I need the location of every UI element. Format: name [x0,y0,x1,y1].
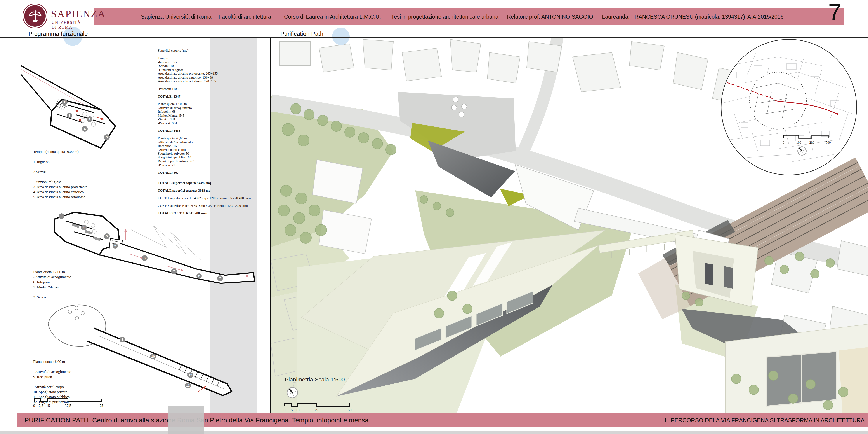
surfaces-part1: Superfici coperte (mq) Tempio -Ingresso:… [158,49,258,91]
svg-text:2: 2 [114,244,116,248]
svg-text:7: 7 [219,276,221,280]
surfaces-costo-coperte: COSTO superfici coperte: 4392 mq x 1200 … [158,196,258,200]
svg-text:500: 500 [826,141,831,144]
svg-text:15: 15 [46,404,50,408]
site-north-arrow-icon [287,387,298,398]
svg-text:10: 10 [296,408,300,412]
svg-text:2: 2 [198,274,200,278]
surfaces-part2: Pianta quota +2,00 m -Attività di accogl… [158,102,258,125]
svg-text:4: 4 [84,127,86,131]
svg-text:50: 50 [348,408,352,412]
site-plan-render: 0 100 200 500 0 5 10 25 50 [271,38,868,413]
page-number: 7 [822,0,848,26]
header-item-advisor: Relatore prof. ANTONINO SAGGIO [507,8,593,25]
svg-text:25: 25 [314,408,318,412]
floor-plan-quota2: 3 4 5 2 6 7 2 7 [50,206,258,287]
planimetria-label: Planimetria Scala 1:500 [285,376,345,383]
svg-text:7: 7 [173,269,175,273]
logo-subtitle: UNIVERSITÀ DI ROMA [52,20,81,30]
svg-text:6: 6 [144,256,146,260]
svg-text:0: 0 [284,408,286,412]
svg-text:37,5: 37,5 [65,404,71,408]
surfaces-total1: TOTALE: 2347 [158,94,258,98]
surfaces-total3: TOTALE: 607 [158,171,258,175]
presentation-sheet: SAPIENZA UNIVERSITÀ DI ROMA Sapienza Uni… [0,0,868,434]
inset-north-arrow-icon [798,147,806,155]
eagle-icon [26,7,44,25]
svg-text:0: 0 [782,141,784,144]
svg-text:11: 11 [186,383,190,387]
svg-text:200: 200 [809,141,814,144]
bottom-edge-strip [0,431,868,434]
header-item-year: A.A.2015/2016 [747,8,783,25]
surfaces-total-coperte: TOTALE superfici coperte: 4392 mq [158,181,258,185]
svg-text:10: 10 [151,355,155,358]
header-item-student: Laureanda: FRANCESCA ORUNESU (matricola:… [602,8,745,25]
surfaces-text-block: Superfici coperte (mq) Tempio -Ingresso:… [158,49,258,219]
footer-motto: IL PERCORSO DELA VIA FRANCIGENA SI TRASF… [664,413,865,428]
section-label-programma: Programma funzionale [28,31,88,37]
footer-bar: PURIFICATION PATH. Centro di arrivo alla… [18,413,868,428]
gray-overlay-footer [168,406,204,434]
header-item-thesis: Tesi in progettazione architettonica e u… [391,8,498,25]
header-item-faculty: Facoltà di architettura [219,8,271,25]
svg-text:12: 12 [189,373,192,377]
plans-scale-bar: 0 7,5 15 37,5 75 [33,394,107,411]
svg-text:3: 3 [69,114,70,117]
svg-text:5: 5 [106,135,108,139]
sheet-left-border [20,0,20,431]
svg-text:0: 0 [33,404,35,408]
svg-text:9: 9 [122,338,123,341]
surfaces-total2: TOTALE: 1438 [158,128,258,133]
header-item-university: Sapienza Università di Roma [141,8,211,25]
logo-title: SAPIENZA [51,8,106,20]
svg-text:4: 4 [83,226,85,229]
surfaces-part3: Pianta quota +6,00 m -Attività di Accogl… [158,136,258,167]
inset-location-map: 0 100 200 500 [717,39,857,175]
svg-text:100: 100 [796,141,801,144]
svg-text:5: 5 [106,234,108,238]
svg-text:3: 3 [61,214,62,218]
svg-text:1: 1 [89,117,90,121]
svg-text:7,5: 7,5 [38,404,43,408]
svg-text:75: 75 [100,404,103,408]
floor-plan-temple: 1 2 3 4 5 [18,59,144,153]
header-divider-line [0,37,868,38]
floor-plan-quota6: 9 10 11 12 [35,297,238,403]
panel-divider-line [270,38,271,413]
plan1-caption: Tempio (pianta quota -6,00 m) 1. Ingress… [33,149,134,200]
svg-text:2: 2 [64,100,66,104]
surfaces-total-esterne: TOTALE superfici esterne: 3918 mq [158,189,258,193]
highlight-dot-right [332,28,350,45]
svg-text:5: 5 [291,408,293,412]
header-item-course: Corso di Laurea in Architettura L.M.C.U. [284,8,381,25]
section-label-purification: Purification Path [280,31,323,37]
header-bar: Sapienza Università di Roma Facoltà di a… [94,8,844,25]
